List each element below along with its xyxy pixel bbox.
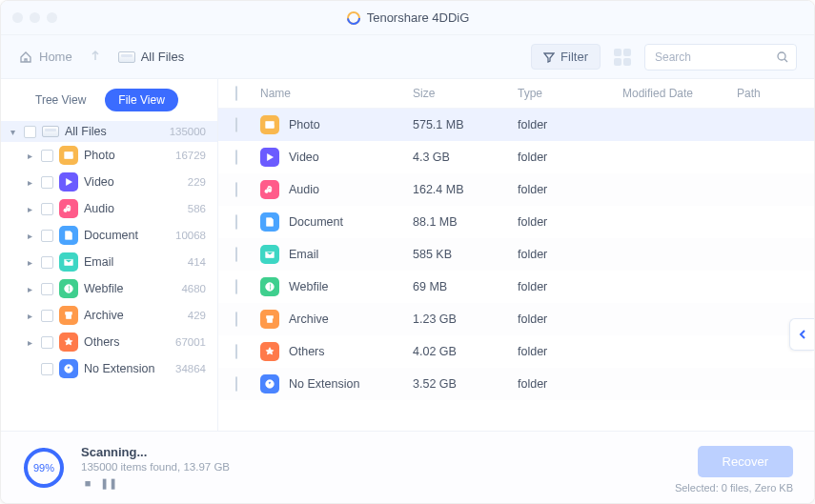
file-name: Document — [289, 215, 343, 229]
tree-item[interactable]: ▸Others67001 — [1, 329, 217, 355]
pause-button[interactable]: ❚❚ — [102, 476, 115, 490]
caret-icon[interactable]: ▸ — [24, 231, 35, 241]
checkbox[interactable] — [24, 126, 36, 138]
header-name[interactable]: Name — [260, 87, 413, 100]
checkbox[interactable] — [41, 363, 53, 375]
header-path[interactable]: Path — [737, 87, 797, 100]
mail-icon — [260, 245, 279, 264]
svg-point-2 — [778, 52, 785, 60]
archive-icon — [260, 310, 279, 329]
checkbox[interactable] — [41, 336, 53, 349]
checkbox[interactable] — [235, 214, 237, 230]
table-row[interactable]: Audio162.4 MBfolder — [218, 173, 814, 206]
recover-button[interactable]: Recover — [698, 446, 793, 477]
checkbox[interactable] — [41, 150, 53, 162]
checkbox[interactable] — [235, 344, 237, 359]
stop-button[interactable]: ■ — [81, 476, 94, 490]
file-size: 1.23 GB — [413, 312, 518, 326]
tree-item[interactable]: ▸Document10068 — [1, 222, 217, 249]
tab-tree-view[interactable]: Tree View — [22, 89, 99, 111]
tree-item[interactable]: ▸Video229 — [1, 169, 217, 195]
search-input[interactable] — [644, 44, 797, 71]
doc-icon — [260, 212, 279, 232]
file-name: Archive — [289, 312, 329, 326]
preview-toggle[interactable] — [789, 318, 814, 351]
caret-icon[interactable]: ▸ — [24, 151, 35, 161]
table-row[interactable]: Others4.02 GBfolder — [218, 335, 814, 368]
table-row[interactable]: Webfile69 MBfolder — [218, 271, 814, 303]
checkbox[interactable] — [235, 182, 237, 197]
status-bar: 99% Scanning... 135000 items found, 13.9… — [1, 431, 814, 503]
checkbox[interactable] — [41, 176, 53, 189]
tree-item[interactable]: ▸Email414 — [1, 249, 217, 275]
table-row[interactable]: Email585 KBfolder — [218, 238, 814, 271]
checkbox[interactable] — [235, 150, 237, 165]
table-row[interactable]: Document88.1 MBfolder — [218, 206, 814, 238]
checkbox[interactable] — [41, 230, 53, 242]
file-size: 4.3 GB — [413, 151, 518, 164]
caret-icon[interactable]: ▸ — [24, 311, 35, 321]
checkbox[interactable] — [235, 247, 237, 262]
play-icon — [260, 148, 279, 167]
caret-icon[interactable]: ▾ — [7, 127, 18, 137]
scan-status: Scanning... — [81, 445, 230, 459]
chevron-left-icon — [798, 329, 807, 340]
titlebar: Tenorshare 4DDiG — [1, 1, 814, 35]
caret-icon[interactable]: ▸ — [24, 177, 35, 188]
file-name: No Extension — [289, 377, 359, 391]
grid-view-button[interactable] — [614, 49, 631, 66]
progress-ring: 99% — [22, 446, 66, 490]
checkbox[interactable] — [235, 117, 237, 132]
sidebar: Tree View File View ▾ All Files 135000 ▸… — [1, 79, 218, 431]
header-type[interactable]: Type — [518, 87, 622, 100]
tree-root[interactable]: ▾ All Files 135000 — [1, 121, 217, 142]
image-icon — [260, 115, 279, 134]
file-type: folder — [518, 280, 622, 293]
tree-item[interactable]: ▸Audio586 — [1, 195, 217, 222]
checkbox[interactable] — [235, 312, 237, 327]
tab-file-view[interactable]: File View — [105, 89, 177, 111]
file-size: 88.1 MB — [413, 215, 518, 229]
header-size[interactable]: Size — [413, 87, 518, 100]
table-row[interactable]: Photo575.1 MBfolder — [218, 109, 814, 141]
table-row[interactable]: No Extension3.52 GBfolder — [218, 368, 814, 400]
up-arrow-icon — [90, 49, 101, 62]
checkbox[interactable] — [41, 310, 53, 322]
checkbox[interactable] — [41, 203, 53, 215]
caret-icon[interactable]: ▸ — [24, 337, 35, 348]
header-modified[interactable]: Modified Date — [622, 87, 737, 100]
tree-item[interactable]: ▸Photo16729 — [1, 142, 217, 169]
up-button[interactable] — [86, 49, 105, 65]
file-size: 3.52 GB — [413, 377, 518, 391]
checkbox[interactable] — [41, 283, 53, 295]
caret-icon[interactable]: ▸ — [24, 284, 35, 294]
window-controls[interactable] — [12, 12, 57, 23]
file-size: 69 MB — [413, 280, 518, 293]
svg-point-1 — [348, 12, 359, 24]
web-icon — [260, 277, 279, 296]
star-icon — [260, 342, 279, 361]
question-icon — [260, 374, 279, 393]
search-field[interactable] — [644, 44, 797, 71]
checkbox-all[interactable] — [235, 86, 237, 101]
app-logo-icon — [346, 10, 361, 26]
image-icon — [59, 146, 78, 165]
table-row[interactable]: Archive1.23 GBfolder — [218, 303, 814, 335]
checkbox[interactable] — [41, 256, 53, 269]
caret-icon[interactable]: ▸ — [24, 257, 35, 268]
file-name: Audio — [289, 183, 319, 196]
home-button[interactable]: Home — [18, 50, 72, 65]
star-icon — [59, 333, 78, 352]
checkbox[interactable] — [235, 279, 237, 294]
toolbar: Home All Files Filter — [1, 35, 814, 79]
caret-icon[interactable]: ▸ — [24, 204, 35, 214]
table-row[interactable]: Video4.3 GBfolder — [218, 141, 814, 173]
tree-item-noext[interactable]: No Extension 34864 — [1, 355, 217, 382]
checkbox[interactable] — [235, 376, 237, 392]
question-icon — [59, 359, 78, 378]
breadcrumb[interactable]: All Files — [118, 50, 185, 64]
file-type: folder — [518, 312, 622, 326]
tree-item[interactable]: ▸Webfile4680 — [1, 275, 217, 302]
filter-button[interactable]: Filter — [531, 44, 601, 70]
tree-item[interactable]: ▸Archive429 — [1, 302, 217, 329]
